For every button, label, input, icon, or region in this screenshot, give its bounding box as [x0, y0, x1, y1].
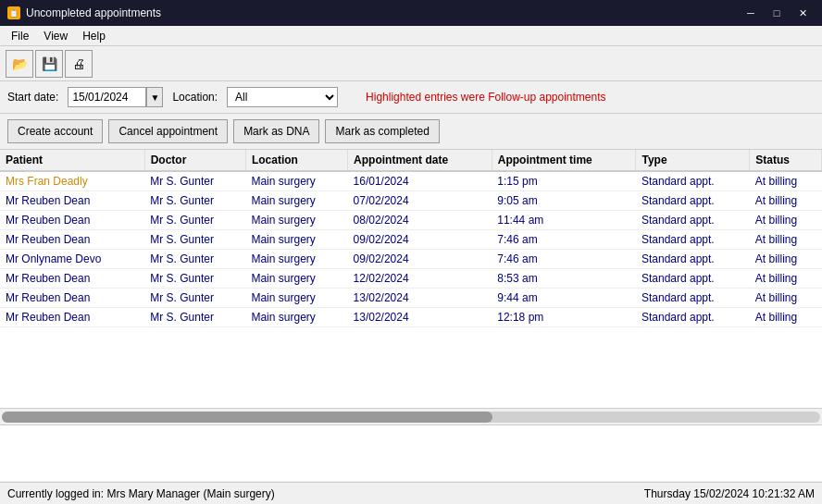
appt-time-cell: 7:46 am: [492, 250, 636, 269]
doctor-cell: Mr S. Gunter: [144, 191, 245, 211]
open-folder-button[interactable]: 📂: [6, 50, 33, 78]
title-bar-left: 📋 Uncompleted appointments: [7, 6, 161, 19]
appt-time-cell: 9:05 am: [492, 191, 636, 211]
location-select[interactable]: All Main surgery Branch surgery: [227, 87, 338, 107]
table-row[interactable]: Mr Onlyname DevoMr S. GunterMain surgery…: [0, 250, 822, 269]
appt-date-cell: 08/02/2024: [348, 211, 492, 230]
type-cell: Standard appt.: [636, 211, 750, 230]
start-date-label: Start date:: [7, 91, 58, 104]
location-cell: Main surgery: [245, 308, 347, 327]
location-cell: Main surgery: [245, 211, 347, 230]
status-cell: At billing: [750, 308, 822, 327]
scrollbar-thumb: [2, 412, 492, 423]
status-cell: At billing: [750, 230, 822, 250]
type-cell: Standard appt.: [636, 191, 750, 211]
window-controls: ─ □ ✕: [739, 4, 815, 22]
date-picker-button[interactable]: ▼: [146, 87, 163, 107]
menu-view[interactable]: View: [36, 28, 75, 44]
patient-cell: Mr Reuben Dean: [0, 308, 144, 327]
table-row[interactable]: Mr Reuben DeanMr S. GunterMain surgery09…: [0, 230, 822, 250]
appt-date-cell: 12/02/2024: [348, 269, 492, 289]
col-header-type: Type: [636, 150, 750, 171]
status-bar: Currently logged in: Mrs Mary Manager (M…: [0, 482, 822, 504]
location-cell: Main surgery: [245, 171, 347, 191]
app-icon: 📋: [7, 6, 20, 19]
table-row[interactable]: Mrs Fran DeadlyMr S. GunterMain surgery1…: [0, 171, 822, 191]
table-row[interactable]: Mr Reuben DeanMr S. GunterMain surgery12…: [0, 269, 822, 289]
maximize-button[interactable]: □: [765, 4, 789, 22]
appt-time-cell: 11:44 am: [492, 211, 636, 230]
status-cell: At billing: [750, 171, 822, 191]
appt-time-cell: 1:15 pm: [492, 171, 636, 191]
title-bar: 📋 Uncompleted appointments ─ □ ✕: [0, 0, 822, 26]
status-cell: At billing: [750, 211, 822, 230]
appt-date-cell: 13/02/2024: [348, 308, 492, 327]
doctor-cell: Mr S. Gunter: [144, 250, 245, 269]
date-group: ▼: [68, 87, 163, 107]
status-cell: At billing: [750, 289, 822, 308]
col-header-patient: Patient: [0, 150, 144, 171]
appointments-table-container: Patient Doctor Location Appointment date…: [0, 150, 822, 409]
mark-as-dna-button[interactable]: Mark as DNA: [233, 119, 319, 143]
doctor-cell: Mr S. Gunter: [144, 211, 245, 230]
controls-area: Start date: ▼ Location: All Main surgery…: [0, 81, 822, 114]
menu-help[interactable]: Help: [75, 28, 113, 44]
table-row[interactable]: Mr Reuben DeanMr S. GunterMain surgery13…: [0, 308, 822, 327]
appointments-table: Patient Doctor Location Appointment date…: [0, 150, 822, 327]
col-header-location: Location: [245, 150, 347, 171]
col-header-appt-time: Appointment time: [492, 150, 636, 171]
type-cell: Standard appt.: [636, 269, 750, 289]
highlight-note: Highlighted entries were Follow-up appoi…: [366, 91, 605, 104]
patient-cell: Mr Reuben Dean: [0, 230, 144, 250]
cancel-appointment-button[interactable]: Cancel appointment: [108, 119, 228, 143]
menu-file[interactable]: File: [4, 28, 36, 44]
toolbar: 📂 💾 🖨: [0, 46, 822, 81]
type-cell: Standard appt.: [636, 171, 750, 191]
location-cell: Main surgery: [245, 250, 347, 269]
doctor-cell: Mr S. Gunter: [144, 230, 245, 250]
status-logged-in: Currently logged in: Mrs Mary Manager (M…: [7, 487, 275, 500]
type-cell: Standard appt.: [636, 250, 750, 269]
col-header-status: Status: [750, 150, 822, 171]
type-cell: Standard appt.: [636, 289, 750, 308]
patient-cell: Mrs Fran Deadly: [0, 171, 144, 191]
patient-cell: Mr Reuben Dean: [0, 211, 144, 230]
minimize-button[interactable]: ─: [739, 4, 763, 22]
save-button[interactable]: 💾: [35, 50, 63, 78]
table-row[interactable]: Mr Reuben DeanMr S. GunterMain surgery07…: [0, 191, 822, 211]
patient-cell: Mr Onlyname Devo: [0, 250, 144, 269]
buttons-area: Create account Cancel appointment Mark a…: [0, 114, 822, 150]
location-cell: Main surgery: [245, 230, 347, 250]
col-header-doctor: Doctor: [144, 150, 245, 171]
patient-cell: Mr Reuben Dean: [0, 289, 144, 308]
patient-cell: Mr Reuben Dean: [0, 191, 144, 211]
type-cell: Standard appt.: [636, 230, 750, 250]
status-cell: At billing: [750, 250, 822, 269]
appt-date-cell: 13/02/2024: [348, 289, 492, 308]
status-cell: At billing: [750, 191, 822, 211]
location-label: Location:: [172, 91, 218, 104]
appt-date-cell: 09/02/2024: [348, 230, 492, 250]
create-account-button[interactable]: Create account: [7, 119, 103, 143]
appt-time-cell: 8:53 am: [492, 269, 636, 289]
appt-time-cell: 12:18 pm: [492, 308, 636, 327]
horizontal-scrollbar[interactable]: [0, 409, 822, 425]
appt-time-cell: 7:46 am: [492, 230, 636, 250]
table-row[interactable]: Mr Reuben DeanMr S. GunterMain surgery08…: [0, 211, 822, 230]
doctor-cell: Mr S. Gunter: [144, 308, 245, 327]
start-date-input[interactable]: [68, 87, 146, 107]
type-cell: Standard appt.: [636, 308, 750, 327]
doctor-cell: Mr S. Gunter: [144, 269, 245, 289]
close-button[interactable]: ✕: [791, 4, 815, 22]
table-row[interactable]: Mr Reuben DeanMr S. GunterMain surgery13…: [0, 289, 822, 308]
mark-as-completed-button[interactable]: Mark as completed: [325, 119, 439, 143]
print-button[interactable]: 🖨: [65, 50, 93, 78]
appt-date-cell: 16/01/2024: [348, 171, 492, 191]
table-header-row: Patient Doctor Location Appointment date…: [0, 150, 822, 171]
scrollbar-track: [2, 412, 820, 423]
window-title: Uncompleted appointments: [26, 6, 161, 19]
appt-time-cell: 9:44 am: [492, 289, 636, 308]
empty-area: [0, 425, 822, 481]
doctor-cell: Mr S. Gunter: [144, 171, 245, 191]
location-cell: Main surgery: [245, 191, 347, 211]
